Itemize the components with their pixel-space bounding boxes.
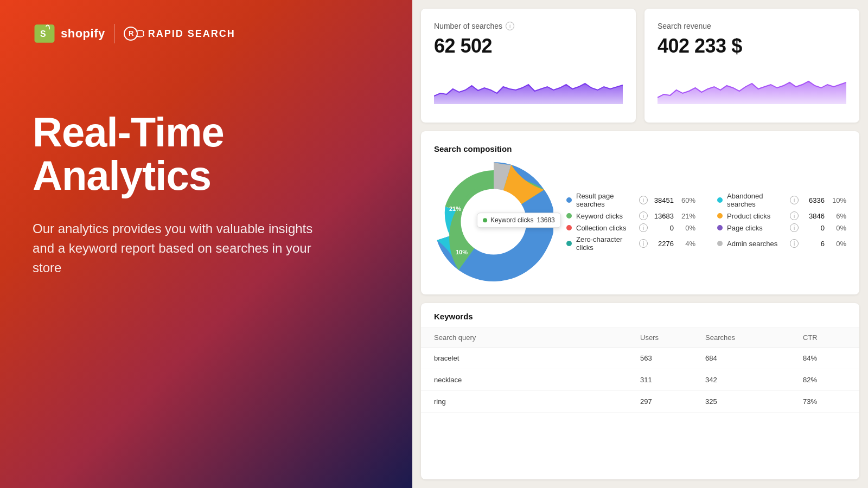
searches-sparkline [434,66,623,104]
legend-label-3: Product clicks [727,212,786,220]
legend-dot-1 [717,197,723,203]
th-ctr: CTR [803,333,846,342]
legend-item-0: Result page searches i 38451 60% [566,192,695,208]
subtitle: Our analytics provides you with valuable… [33,219,315,278]
svg-text:R: R [129,29,134,37]
legend-dot-3 [717,213,723,219]
legend-value-3: 3846 [803,212,825,220]
composition-inner: 60% 10% 21% 4% Keyword clicks 13683 [434,162,846,281]
revenue-sparkline [658,66,846,104]
td-query-2: ring [434,397,640,406]
table-row-2[interactable]: ring 297 325 73% [421,391,859,413]
rapid-search-logo: R RAPID SEARCH [123,26,235,41]
left-panel: S shopify R RAPID SEARCH Real-Time Analy… [0,0,412,488]
composition-card: Search composition [421,131,859,294]
pct-yellow: 4% [486,192,493,198]
legend-item-1: Abandoned searches i 6336 10% [717,192,846,208]
keywords-card: Keywords Search query Users Searches CTR… [421,303,859,479]
legend-item-2: Keyword clicks i 13683 21% [566,211,695,220]
legend-pct-5: 0% [829,224,846,232]
legend-label-6: Zero-character clicks [576,235,635,252]
legend-info-4[interactable]: i [639,223,648,232]
legend-dot-7 [717,241,723,246]
legend-value-2: 13683 [652,212,674,220]
legend-item-5: Page clicks i 0 0% [717,223,846,232]
legend-dot-0 [566,197,572,203]
td-ctr-0: 84% [803,354,846,362]
td-query-1: necklace [434,376,640,384]
legend-item-3: Product clicks i 3846 6% [717,211,846,220]
composition-title: Search composition [434,144,846,153]
shopify-icon: S [33,22,56,46]
legend-value-6: 2276 [652,240,674,248]
legend-value-7: 6 [803,240,825,248]
legend-info-2[interactable]: i [639,211,648,220]
table-row-1[interactable]: necklace 311 342 82% [421,369,859,391]
td-searches-2: 325 [705,397,803,406]
legend-pct-0: 60% [678,196,695,204]
legend-pct-6: 4% [678,240,695,248]
rapid-label: RAPID SEARCH [148,28,235,40]
table-row-0[interactable]: bracelet 563 684 84% [421,348,859,369]
td-searches-1: 342 [705,376,803,384]
td-searches-0: 684 [705,354,803,362]
td-users-0: 563 [640,354,705,362]
legend-pct-4: 0% [678,224,695,232]
legend-pct-7: 0% [829,240,846,248]
legend-label-2: Keyword clicks [576,212,635,220]
main-heading: Real-Time Analytics Our analytics provid… [33,111,380,278]
th-users: Users [640,333,705,342]
legend-info-1[interactable]: i [790,196,799,204]
tooltip-value: 13683 [537,216,554,224]
legend-item-7: Admin searches i 6 0% [717,235,846,252]
top-cards: Number of searches i 62 502 Search reven… [421,9,859,123]
keywords-title: Keywords [421,303,859,328]
legend-info-6[interactable]: i [639,239,648,248]
legend-dot-4 [566,225,572,230]
legend-info-7[interactable]: i [790,239,799,248]
td-ctr-1: 82% [803,376,846,384]
svg-text:S: S [40,29,46,38]
legend-value-4: 0 [652,224,674,232]
tooltip-dot [483,218,487,222]
right-panel: Number of searches i 62 502 Search reven… [412,0,868,488]
legend-info-5[interactable]: i [790,223,799,232]
searches-card: Number of searches i 62 502 [421,9,636,123]
searches-value: 62 502 [434,35,623,57]
legend-label-1: Abandoned searches [727,192,786,208]
legend-item-6: Zero-character clicks i 2276 4% [566,235,695,252]
legend-value-1: 6336 [803,196,825,204]
logo-area: S shopify R RAPID SEARCH [33,22,380,46]
legend-dot-2 [566,213,572,219]
shopify-logo: S shopify [33,22,105,46]
legend-label-4: Collection clicks [576,224,635,232]
legend-pct-3: 6% [829,212,846,220]
pct-cyan: 10% [456,249,468,255]
legend-info-0[interactable]: i [639,196,648,204]
legend-item-4: Collection clicks i 0 0% [566,223,695,232]
legend-label-0: Result page searches [576,192,635,208]
logo-divider [114,24,114,43]
pie-container: 60% 10% 21% 4% Keyword clicks 13683 [434,162,553,281]
table-header: Search query Users Searches CTR [421,328,859,348]
rapid-icon: R [123,26,145,41]
legend-dot-6 [566,241,572,246]
pct-green: 21% [449,206,461,212]
revenue-card: Search revenue 402 233 $ [644,9,859,123]
legend-grid: Result page searches i 38451 60% Abandon… [566,192,846,252]
th-searches: Searches [705,333,803,342]
legend-dot-5 [717,225,723,230]
table-body: bracelet 563 684 84% necklace 311 342 82… [421,348,859,413]
legend-info-3[interactable]: i [790,211,799,220]
revenue-card-title: Search revenue [658,22,846,30]
legend-value-0: 38451 [652,196,674,204]
searches-card-title: Number of searches i [434,22,623,30]
td-query-0: bracelet [434,354,640,362]
td-users-1: 311 [640,376,705,384]
searches-info-icon[interactable]: i [506,22,514,30]
td-ctr-2: 73% [803,397,846,406]
legend-label-5: Page clicks [727,224,786,232]
legend-pct-2: 21% [678,212,695,220]
tooltip-label: Keyword clicks [490,216,533,224]
shopify-label: shopify [61,27,105,41]
